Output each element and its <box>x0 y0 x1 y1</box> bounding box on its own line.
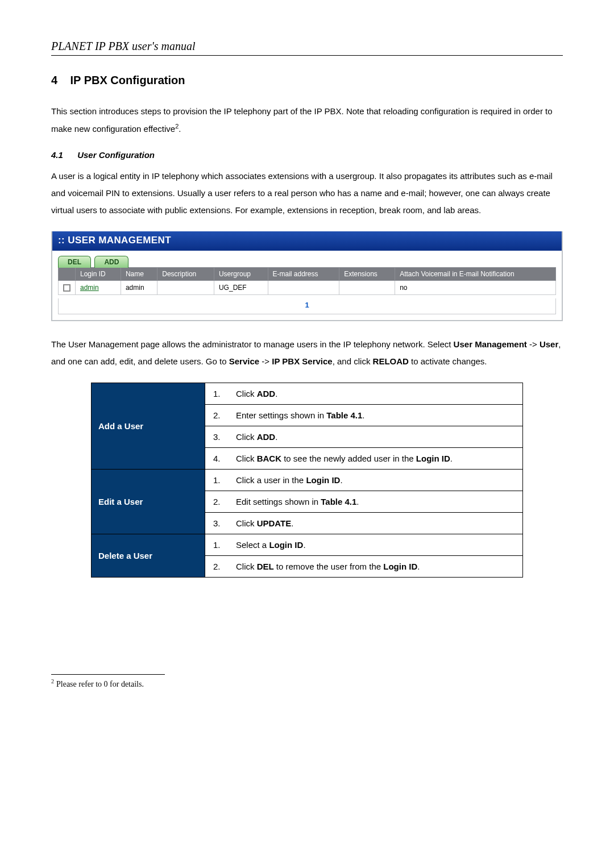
txt: . <box>303 540 305 550</box>
bold: Table 4.1 <box>321 497 356 506</box>
add-tab-button[interactable]: ADD <box>94 256 128 268</box>
row-login-id: admin <box>76 281 121 295</box>
bold: Login ID <box>306 475 340 485</box>
table-header-row: Login ID Name Description Usergroup E-ma… <box>59 268 556 281</box>
section-number: 4 <box>51 74 67 87</box>
section-title: 4 IP PBX Configuration <box>51 74 563 87</box>
txt: Select a <box>236 540 269 550</box>
procedure-table: Add a User 1. Click ADD. 2. Enter settin… <box>91 383 523 578</box>
step-num: 3. <box>213 432 236 442</box>
bold-reload: RELOAD <box>373 356 409 366</box>
col-name: Name <box>121 268 157 281</box>
list-item: 1. Select a Login ID. <box>205 534 522 555</box>
row-email <box>268 281 339 295</box>
proc-label-edit: Edit a User <box>92 470 205 534</box>
step-num: 2. <box>213 497 236 506</box>
step-text: Edit settings shown in Table 4.1. <box>236 497 515 506</box>
bold: Login ID <box>383 562 417 571</box>
row-usergroup: UG_DEF <box>214 281 268 295</box>
proc-label-delete: Delete a User <box>92 534 205 578</box>
subsection-number: 4.1 <box>51 150 75 160</box>
row-extensions <box>339 281 395 295</box>
footnote-rule <box>51 674 165 675</box>
step-num: 1. <box>213 540 236 550</box>
user-management-tabs: DEL ADD <box>52 251 562 267</box>
bold-service: Service <box>229 356 259 366</box>
txt: . <box>356 497 359 506</box>
bold: DEL <box>257 562 274 571</box>
txt: . <box>275 389 277 398</box>
bold: UPDATE <box>257 518 292 528</box>
section-title-text: IP PBX Configuration <box>70 74 185 86</box>
bold-ip-pbx-service: IP PBX Service <box>272 356 332 366</box>
txt: Click <box>236 389 257 398</box>
step-num: 1. <box>213 475 236 485</box>
bold: BACK <box>257 454 281 463</box>
user-management-table: Login ID Name Description Usergroup E-ma… <box>58 267 556 295</box>
txt: Edit settings shown in <box>236 497 321 506</box>
txt: -> <box>259 356 272 366</box>
col-description: Description <box>157 268 214 281</box>
col-checkbox <box>59 268 76 281</box>
list-item: 2. Edit settings shown in Table 4.1. <box>205 491 522 512</box>
list-item: 4. Click BACK to see the newly added use… <box>205 447 522 469</box>
footnote: 2Please refer to 0 for details. <box>51 678 563 689</box>
step-text: Click DEL to remove the user from the Lo… <box>236 562 515 571</box>
proc-steps-add: 1. Click ADD. 2. Enter settings shown in… <box>205 383 523 470</box>
login-id-link[interactable]: admin <box>80 284 99 292</box>
bold: ADD <box>257 389 276 398</box>
step-num: 2. <box>213 410 236 420</box>
list-item: 2. Enter settings shown in Table 4.1. <box>205 404 522 426</box>
list-item: 2. Click DEL to remove the user from the… <box>205 555 522 577</box>
footnote-mark: 2 <box>51 678 54 684</box>
txt: . <box>362 410 364 420</box>
bold-user-management: User Management <box>454 339 527 349</box>
txt: Click <box>236 432 257 442</box>
txt: . <box>340 475 342 485</box>
bold-user: User <box>540 339 558 349</box>
step-num: 1. <box>213 389 236 398</box>
step-num: 4. <box>213 454 236 463</box>
user-management-title: :: USER MANAGEMENT <box>52 231 562 251</box>
step-text: Click ADD. <box>236 389 515 398</box>
proc-steps-edit: 1. Click a user in the Login ID. 2. Edit… <box>205 470 523 534</box>
bold: ADD <box>257 432 276 442</box>
pager[interactable]: 1 <box>58 298 556 314</box>
step-num: 2. <box>213 562 236 571</box>
row-checkbox[interactable] <box>63 284 70 292</box>
step-text: Click ADD. <box>236 432 515 442</box>
bold: Login ID <box>269 540 303 550</box>
txt: . <box>275 432 277 442</box>
txt: Enter settings shown in <box>236 410 326 420</box>
section-intro-text: This section introduces steps to provisi… <box>51 106 553 134</box>
step-text: Click UPDATE. <box>236 518 515 528</box>
txt: Click <box>236 518 257 528</box>
subsection-title: 4.1 User Configuration <box>51 150 563 160</box>
list-item: 1. Click a user in the Login ID. <box>205 470 522 491</box>
doc-header: PLANET IP PBX user's manual <box>51 40 563 53</box>
txt: , and click <box>333 356 373 366</box>
txt: to activate changes. <box>409 356 487 366</box>
step-text: Select a Login ID. <box>236 540 515 550</box>
proc-label-add: Add a User <box>92 383 205 470</box>
bold: Login ID <box>416 454 450 463</box>
txt: . <box>417 562 420 571</box>
step-text: Click BACK to see the newly added user i… <box>236 454 515 463</box>
section-intro: This section introduces steps to provisi… <box>51 103 563 138</box>
row-name: admin <box>121 281 157 295</box>
col-email: E-mail address <box>268 268 339 281</box>
step-num: 3. <box>213 518 236 528</box>
txt: Click <box>236 454 257 463</box>
txt: Click <box>236 562 257 571</box>
row-attach: no <box>395 281 556 295</box>
section-intro-end: . <box>179 124 181 134</box>
del-tab-button[interactable]: DEL <box>58 256 91 268</box>
user-management-panel: :: USER MANAGEMENT DEL ADD Login ID Name… <box>51 231 563 321</box>
list-item: 3. Click ADD. <box>205 426 522 447</box>
txt: to see the newly added user in the <box>281 454 416 463</box>
step-text: Enter settings shown in Table 4.1. <box>236 410 515 420</box>
after-um-para: The User Management page allows the admi… <box>51 336 563 370</box>
header-rule <box>51 55 563 56</box>
proc-row-delete: Delete a User 1. Select a Login ID. 2. C… <box>92 534 523 578</box>
proc-row-add: Add a User 1. Click ADD. 2. Enter settin… <box>92 383 523 470</box>
